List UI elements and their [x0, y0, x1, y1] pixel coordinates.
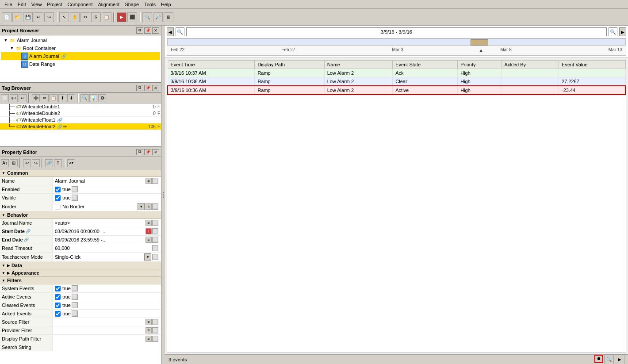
tree-expand-3[interactable] — [15, 53, 21, 59]
prop-display-path-filter-edit-btn[interactable]: ≡ — [146, 336, 152, 342]
tree-expand-4[interactable] — [15, 61, 21, 67]
prop-visible-bind-btn[interactable]: ⬜ — [72, 195, 78, 201]
prop-display-path-filter-bind-btn[interactable]: ⬜ — [152, 336, 158, 342]
journal-row-3[interactable]: 3/9/16 10:36 AM Ramp Low Alarm 2 Active … — [168, 86, 625, 95]
prop-active-events-bind-btn[interactable]: ⬜ — [72, 294, 78, 300]
prop-acked-events-bind-btn[interactable]: ⬜ — [72, 310, 78, 317]
menu-alignment[interactable]: Alignment — [95, 1, 122, 8]
prop-border-checkbox[interactable] — [55, 204, 61, 210]
toolbar-select[interactable]: ↖ — [59, 12, 69, 22]
toolbar-run[interactable]: ▶ — [117, 12, 126, 22]
prop-value-search-string[interactable] — [53, 343, 161, 351]
journal-row-2[interactable]: 3/9/16 10:36 AM Ramp Low Alarm 2 Clear H… — [168, 77, 625, 86]
menu-shape[interactable]: Shape — [122, 1, 142, 8]
prop-section-behavior[interactable]: Behavior — [0, 211, 161, 219]
menu-project[interactable]: Project — [44, 1, 65, 8]
prop-btn-sort[interactable]: A↕ — [1, 159, 9, 167]
prop-section-data[interactable]: ▶Data — [0, 262, 161, 269]
tag-btn-3[interactable]: ↩ — [19, 94, 27, 102]
prop-value-border[interactable]: No Border ▾ ≡ ⬜ — [53, 202, 161, 211]
tree-item-date-range[interactable]: D Date Range — [1, 60, 160, 68]
status-btn-forward[interactable]: ▶ — [615, 355, 624, 364]
journal-row-1[interactable]: 3/9/16 10:37 AM Ramp Low Alarm 2 Ack Hig… — [168, 69, 625, 77]
prop-name-bind-btn[interactable]: ⬜ — [152, 178, 158, 184]
tag-row-3[interactable]: ├─ 🏷 WriteableFloat1 🔗 — [0, 117, 161, 123]
prop-end-date-edit-btn[interactable]: ≡ — [146, 237, 152, 243]
tag-btn-1[interactable]: ⬜ — [1, 94, 9, 102]
prop-border-bind-btn[interactable]: ⬜ — [152, 203, 158, 210]
toolbar-open[interactable]: 📂 — [12, 12, 22, 22]
ruler-thumb[interactable] — [471, 39, 488, 46]
timeline-search-btn-right[interactable]: 🔍 — [609, 27, 617, 36]
prop-value-system-events[interactable]: true ⬜ — [53, 284, 161, 292]
project-browser-restore[interactable]: ⧉ — [136, 27, 143, 34]
tag-row-4[interactable]: └─ 🏷 WriteableFloat2 🔗 ✏ 106 F — [0, 123, 161, 130]
prop-enabled-bind-btn[interactable]: ⬜ — [72, 186, 78, 192]
timeline-search-btn-left[interactable]: 🔍 — [176, 27, 184, 36]
prop-btn-3[interactable]: ↩ — [23, 159, 31, 167]
status-btn-search[interactable]: 🔍 — [604, 355, 614, 364]
prop-active-events-checkbox[interactable] — [55, 294, 61, 300]
prop-visible-checkbox[interactable] — [55, 195, 61, 201]
prop-value-source-filter[interactable]: ≡ ⬜ — [53, 318, 161, 326]
prop-value-cleared-events[interactable]: true ⬜ — [53, 301, 161, 309]
tree-expand-1[interactable]: ▼ — [3, 37, 9, 43]
prop-start-date-bind-btn[interactable]: ⬜ — [152, 228, 158, 234]
prop-name-edit-btn[interactable]: ≡ — [146, 178, 152, 184]
toolbar-undo[interactable]: ↩ — [34, 12, 43, 22]
prop-value-active-events[interactable]: true ⬜ — [53, 293, 161, 301]
tree-item-alarm-journal-root[interactable]: ▼ 📁 Alarm Journal — [1, 36, 160, 44]
prop-source-filter-edit-btn[interactable]: ≡ — [146, 319, 152, 325]
prop-btn-binding[interactable]: 🔗 — [45, 159, 53, 167]
tree-item-alarm-journal-comp[interactable]: J Alarm Journal 🔗 — [1, 52, 160, 60]
toolbar-zoom-in[interactable]: 🔍 — [142, 12, 152, 22]
timeline-prev-btn[interactable]: ◀ — [167, 27, 174, 36]
prop-touchscreen-bind-btn[interactable]: ⬜ — [152, 254, 158, 260]
tag-btn-9[interactable]: 🔍 — [80, 94, 88, 102]
prop-btn-2[interactable]: ⊞ — [10, 159, 18, 167]
timeline-ruler[interactable]: ▲ Feb 22 Feb 27 Mar 3 Mar 8 Mar 13 — [167, 38, 626, 56]
prop-value-start-date[interactable]: 03/09/2016 00:00:00 -... ! ⬜ — [53, 227, 161, 235]
toolbar-cut[interactable]: ✂ — [80, 12, 90, 22]
property-editor-pin[interactable]: 📌 — [144, 149, 151, 155]
prop-btn-5[interactable]: T — [54, 159, 62, 167]
prop-enabled-checkbox[interactable] — [55, 187, 61, 192]
toolbar-zoom-out[interactable]: 🔎 — [153, 12, 163, 22]
menu-help[interactable]: Help — [158, 1, 174, 8]
prop-border-dropdown[interactable]: ▾ — [138, 203, 145, 210]
prop-value-provider-filter[interactable]: ≡ ⬜ — [53, 326, 161, 334]
toolbar-new[interactable]: 📄 — [2, 12, 11, 22]
prop-acked-events-checkbox[interactable] — [55, 311, 61, 317]
prop-value-visible[interactable]: true ⬜ — [53, 194, 161, 202]
tag-row-1[interactable]: ├─ 🏷 WriteableDouble1 0 F — [0, 103, 161, 110]
prop-value-name[interactable]: Alarm Journal ≡ ⬜ — [53, 177, 161, 185]
tag-btn-2[interactable]: 🏷 — [10, 94, 18, 102]
tag-row-2[interactable]: ├─ 🏷 WriteableDouble2 0 F — [0, 110, 161, 117]
tag-browser-pin[interactable]: 📌 — [144, 85, 151, 91]
property-editor-close[interactable]: ✕ — [152, 149, 159, 155]
prop-cleared-events-checkbox[interactable] — [55, 303, 61, 308]
prop-end-date-bind-btn[interactable]: ⬜ — [152, 237, 158, 243]
property-editor-restore[interactable]: ⧉ — [136, 149, 143, 155]
toolbar-move[interactable]: ✋ — [70, 12, 80, 22]
prop-journal-name-bind-btn[interactable]: ⬜ — [152, 220, 158, 226]
tree-expand-2[interactable]: ▼ — [9, 45, 15, 51]
prop-start-date-error-btn[interactable]: ! — [146, 228, 152, 234]
prop-section-common[interactable]: Common — [0, 169, 161, 177]
prop-btn-6[interactable]: A▾ — [67, 159, 75, 167]
project-browser-pin[interactable]: 📌 — [144, 27, 151, 34]
toolbar-fit[interactable]: ⊞ — [164, 12, 173, 22]
prop-journal-name-edit-btn[interactable]: ≡ — [146, 220, 152, 226]
prop-value-touchscreen[interactable]: Single-Click ▾ ⬜ — [53, 253, 161, 261]
prop-source-filter-bind-btn[interactable]: ⬜ — [152, 319, 158, 325]
tree-item-root-container[interactable]: ▼ 📁 Root Container — [1, 44, 160, 52]
prop-value-display-path-filter[interactable]: ≡ ⬜ — [53, 335, 161, 343]
tag-btn-8[interactable]: ⬇ — [67, 94, 75, 102]
menu-component[interactable]: Component — [65, 1, 96, 8]
prop-read-timeout-bind-btn[interactable]: ⬜ — [152, 245, 158, 251]
prop-value-journal-name[interactable]: <auto> ≡ ⬜ — [53, 219, 161, 227]
tag-browser-restore[interactable]: ⧉ — [136, 85, 143, 91]
project-browser-close[interactable]: ✕ — [152, 27, 159, 34]
prop-provider-filter-edit-btn[interactable]: ≡ — [146, 327, 152, 333]
status-btn-record[interactable]: ⏺ — [594, 355, 603, 363]
